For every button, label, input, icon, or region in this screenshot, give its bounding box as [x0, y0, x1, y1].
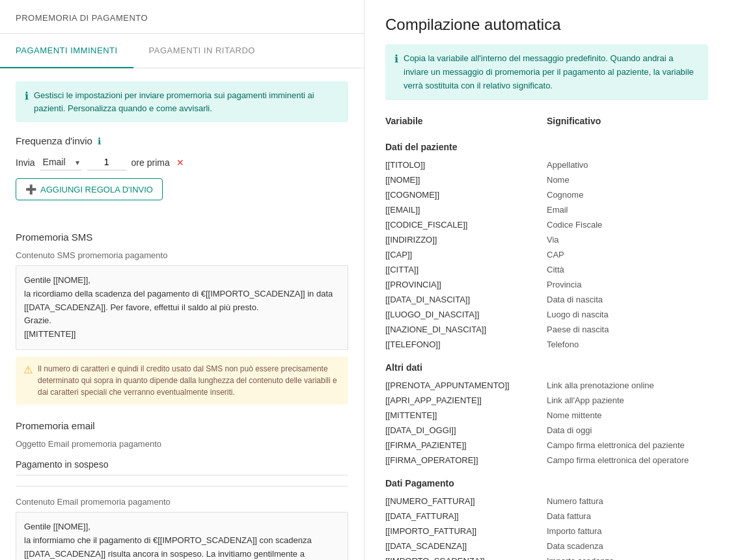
left-content: ℹ Gestisci le impostazioni per inviare p… — [0, 68, 364, 560]
var-meaning: Paese di nascita — [547, 325, 708, 334]
table-row: [[EMAIL]]Email — [385, 202, 708, 217]
sms-sub-label: Contenuto SMS promemoria pagamento — [16, 250, 348, 260]
var-group-title: Dati del paziente — [385, 142, 708, 152]
var-meaning: Email — [547, 205, 708, 215]
var-name[interactable]: [[DATA_DI_OGGI]] — [385, 425, 547, 435]
var-meaning: Importo fattura — [547, 526, 708, 536]
var-meaning: Via — [547, 235, 708, 245]
tab-pagamenti-ritardo[interactable]: PAGAMENTI IN RITARDO — [133, 34, 271, 68]
var-meaning: Appellativo — [547, 160, 708, 170]
table-row: [[DATA_SCADENZA]]Data scadenza — [385, 539, 708, 553]
var-meaning: Data scadenza — [547, 541, 708, 551]
var-header: Variabile Significativo — [385, 116, 708, 131]
var-name[interactable]: [[NUMERO_FATTURA]] — [385, 496, 547, 506]
add-rule-button[interactable]: ➕ AGGIUNGI REGOLA D'INVIO — [16, 178, 163, 200]
var-meaning: Codice Fiscale — [547, 220, 708, 230]
var-name[interactable]: [[EMAIL]] — [385, 205, 547, 215]
type-select[interactable]: Email SMS — [40, 154, 82, 170]
var-name[interactable]: [[TELEFONO]] — [385, 340, 547, 349]
var-name[interactable]: [[INDIRIZZO]] — [385, 235, 547, 245]
var-name[interactable]: [[IMPORTO_FATTURA]] — [385, 526, 547, 536]
email-subject-label: Oggetto Email promemoria pagamento — [16, 439, 348, 449]
var-name[interactable]: [[CAP]] — [385, 250, 547, 260]
email-subject-value[interactable]: Pagamento in sospeso — [16, 454, 348, 475]
table-row: [[NOME]]Nome — [385, 172, 708, 187]
table-row: [[IMPORTO_SCADENZA]]Importo scadenza — [385, 553, 708, 560]
frequenza-info-icon[interactable]: ℹ — [98, 136, 101, 146]
table-row: [[FIRMA_PAZIENTE]]Campo firma elettronic… — [385, 438, 708, 453]
remove-rule-icon[interactable]: ✕ — [176, 157, 184, 168]
warning-text: Il numero di caratteri e quindi il credi… — [38, 363, 340, 398]
var-meaning: Data di oggi — [547, 425, 708, 435]
info-box: ℹ Gestisci le impostazioni per inviare p… — [16, 81, 348, 122]
plus-icon: ➕ — [25, 184, 36, 194]
var-meaning: Importo scadenza — [547, 556, 708, 560]
var-name[interactable]: [[PROVINCIA]] — [385, 280, 547, 289]
hours-input[interactable] — [87, 154, 126, 170]
email-content[interactable]: Gentile [[NOME]], la informiamo che il p… — [16, 512, 348, 560]
sms-content[interactable]: Gentile [[NOME]], la ricordiamo della sc… — [16, 265, 348, 350]
tab-pagamenti-imminenti[interactable]: PAGAMENTI IMMINENTI — [0, 34, 133, 68]
var-meaning: Link alla prenotazione online — [547, 380, 708, 390]
var-groups-container: Dati del paziente[[TITOLO]]Appellativo[[… — [385, 142, 708, 560]
table-row: [[PRENOTA_APPUNTAMENTO]]Link alla prenot… — [385, 378, 708, 393]
page-header: PROMEMORIA DI PAGAMENTO — [0, 0, 364, 34]
var-meaning: Data di nascita — [547, 295, 708, 304]
table-row: [[TELEFONO]]Telefono — [385, 337, 708, 352]
var-meaning: Link all'App paziente — [547, 395, 708, 405]
table-row: [[CODICE_FISCALE]]Codice Fiscale — [385, 217, 708, 232]
email-content-label: Contenuto Email promemoria pagamento — [16, 497, 348, 507]
col-significativo: Significativo — [547, 116, 708, 131]
var-meaning: CAP — [547, 250, 708, 260]
var-name[interactable]: [[DATA_SCADENZA]] — [385, 541, 547, 551]
page-title: PROMEMORIA DI PAGAMENTO — [16, 13, 348, 23]
var-name[interactable]: [[LUOGO_DI_NASCITA]] — [385, 310, 547, 319]
right-info-box: ℹ Copia la variabile all'interno del mes… — [385, 44, 708, 100]
var-name[interactable]: [[TITOLO]] — [385, 160, 547, 170]
table-row: [[IMPORTO_FATTURA]]Importo fattura — [385, 524, 708, 539]
invia-label: Invia — [16, 157, 35, 168]
var-meaning: Numero fattura — [547, 496, 708, 506]
left-panel: PROMEMORIA DI PAGAMENTO PAGAMENTI IMMINE… — [0, 0, 364, 560]
var-name[interactable]: [[NAZIONE_DI_NASCITA]] — [385, 325, 547, 334]
right-title: Compilazione automatica — [385, 16, 708, 34]
var-name[interactable]: [[APRI_APP_PAZIENTE]] — [385, 395, 547, 405]
var-meaning: Luogo di nascita — [547, 310, 708, 319]
info-text: Gestisci le impostazioni per inviare pro… — [34, 89, 339, 114]
table-row: [[CAP]]CAP — [385, 247, 708, 262]
table-row: [[TITOLO]]Appellativo — [385, 157, 708, 172]
table-row: [[COGNOME]]Cognome — [385, 187, 708, 202]
var-name[interactable]: [[DATA_FATTURA]] — [385, 511, 547, 521]
frequenza-section: Frequenza d'invio ℹ Invia Email SMS ore … — [16, 135, 348, 216]
var-meaning: Campo firma elettronica del paziente — [547, 440, 708, 450]
table-row: [[CITTA]]Città — [385, 262, 708, 277]
var-name[interactable]: [[COGNOME]] — [385, 190, 547, 200]
var-meaning: Nome — [547, 175, 708, 185]
var-name[interactable]: [[DATA_DI_NASCITA]] — [385, 295, 547, 304]
var-name[interactable]: [[FIRMA_OPERATORE]] — [385, 455, 547, 465]
var-group-title: Altri dati — [385, 362, 708, 373]
table-row: [[MITTENTE]]Nome mittente — [385, 408, 708, 423]
frequenza-row: Invia Email SMS ore prima ✕ — [16, 154, 348, 170]
var-name[interactable]: [[PRENOTA_APPUNTAMENTO]] — [385, 380, 547, 390]
right-panel: Compilazione automatica ℹ Copia la varia… — [364, 0, 729, 560]
variables-table: Variabile Significativo Dati del pazient… — [385, 116, 708, 560]
var-name[interactable]: [[CITTA]] — [385, 265, 547, 274]
table-row: [[PROVINCIA]]Provincia — [385, 277, 708, 292]
var-meaning: Telefono — [547, 340, 708, 349]
table-row: [[DATA_DI_NASCITA]]Data di nascita — [385, 292, 708, 307]
sms-warning-box: ⚠ Il numero di caratteri e quindi il cre… — [16, 356, 348, 405]
table-row: [[DATA_FATTURA]]Data fattura — [385, 509, 708, 524]
right-info-icon: ℹ — [394, 53, 398, 65]
var-name[interactable]: [[FIRMA_PAZIENTE]] — [385, 440, 547, 450]
table-row: [[FIRMA_OPERATORE]]Campo firma elettroni… — [385, 453, 708, 468]
var-meaning: Data fattura — [547, 511, 708, 521]
var-name[interactable]: [[IMPORTO_SCADENZA]] — [385, 556, 547, 560]
tabs: PAGAMENTI IMMINENTI PAGAMENTI IN RITARDO — [0, 34, 364, 68]
var-name[interactable]: [[NOME]] — [385, 175, 547, 185]
var-name[interactable]: [[MITTENTE]] — [385, 410, 547, 420]
var-name[interactable]: [[CODICE_FISCALE]] — [385, 220, 547, 230]
ore-prima-label: ore prima — [131, 157, 170, 168]
table-row: [[APRI_APP_PAZIENTE]]Link all'App pazien… — [385, 393, 708, 408]
var-group-title: Dati Pagamento — [385, 478, 708, 488]
